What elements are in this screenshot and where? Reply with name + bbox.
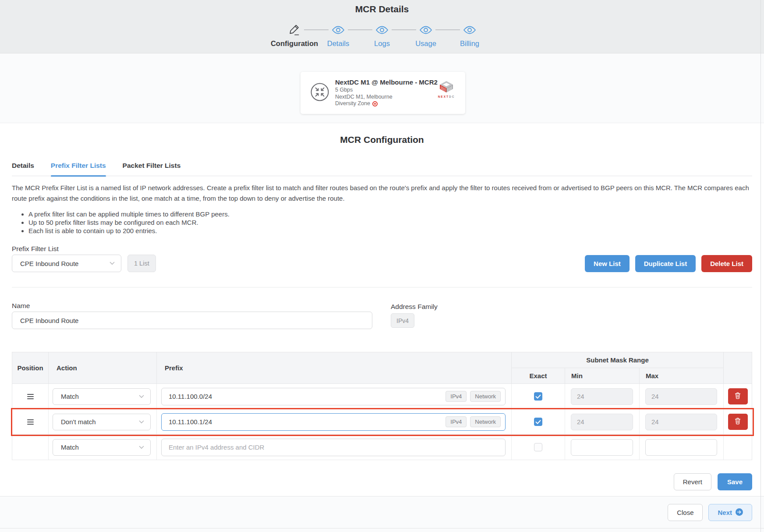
step-label: Details: [327, 39, 349, 48]
prefix-input[interactable]: [161, 439, 506, 456]
bullet-item: Up to 50 prefix filter lists may be conf…: [28, 218, 752, 227]
step-configuration[interactable]: Configuration: [272, 23, 316, 48]
prefix-input[interactable]: 10.11.100.1/24 IPv4 Network: [161, 413, 506, 431]
step-logs[interactable]: Logs: [360, 23, 404, 48]
action-select[interactable]: Match: [53, 388, 151, 405]
pencil-icon: [289, 23, 300, 36]
list-selector-row: CPE Inbound Route 1 List New List Duplic…: [12, 255, 752, 272]
step-billing[interactable]: Billing: [448, 23, 492, 48]
mcr-configuration-panel: MCR Configuration Details Prefix Filter …: [0, 123, 764, 497]
mcr-router-icon: [310, 82, 329, 103]
diversity-zone-label: Diversity Zone: [335, 100, 370, 107]
tab-prefix-filter-lists[interactable]: Prefix Filter Lists: [51, 162, 106, 176]
network-tag: Network: [470, 391, 501, 402]
min-input[interactable]: [571, 414, 633, 430]
description-bullets: A prefix filter list can be applied mult…: [12, 210, 752, 235]
list-name-input[interactable]: [12, 312, 372, 329]
col-header-delete: [724, 352, 752, 384]
tab-details[interactable]: Details: [12, 162, 34, 176]
mcr-title: NextDC M1 @ Melbourne - MCR2: [335, 79, 438, 86]
config-tabs: Details Prefix Filter Lists Packet Filte…: [12, 162, 752, 176]
mcr-speed: 5 Gbps: [335, 87, 438, 94]
max-input[interactable]: [645, 414, 717, 430]
page-footer: Close Next: [0, 497, 764, 532]
mcr-details-header: MCR Details Configuration Details: [0, 0, 764, 53]
min-input[interactable]: [571, 439, 633, 456]
list-count-badge: 1 List: [127, 255, 156, 272]
action-value: Match: [61, 393, 79, 400]
ipv4-tag: IPv4: [446, 391, 467, 402]
mcr-summary-card: NextDC M1 @ Melbourne - MCR2 5 Gbps Next…: [301, 72, 465, 114]
ipv4-tag: IPv4: [446, 416, 467, 427]
step-label: Configuration: [271, 39, 318, 48]
exact-checkbox[interactable]: [534, 392, 542, 401]
col-header-prefix: Prefix: [157, 352, 512, 384]
network-tag: Network: [470, 416, 501, 427]
description-paragraph: The MCR Prefix Filter List is a named li…: [12, 183, 752, 204]
prefix-value: 10.11.100.0/24: [169, 393, 212, 400]
save-button[interactable]: Save: [718, 473, 752, 490]
trash-icon: [735, 418, 741, 426]
chevron-down-icon: [104, 262, 115, 265]
diversity-zone-icon: [372, 101, 378, 106]
eye-icon: [419, 23, 432, 36]
step-label: Usage: [415, 39, 436, 48]
footer-divider: [0, 528, 764, 528]
col-header-exact: Exact: [512, 368, 565, 384]
prefix-input[interactable]: 10.11.100.0/24 IPv4 Network: [161, 388, 506, 405]
prefix-filter-list-label: Prefix Filter List: [12, 245, 59, 253]
config-title: MCR Configuration: [0, 135, 764, 145]
table-row-highlighted: Don't match 10.11.100.1/24 IPv4 Network: [12, 409, 752, 435]
step-details[interactable]: Details: [316, 23, 360, 48]
prefix-entries-table: Position Action Prefix Subnet Mask Range…: [12, 352, 752, 460]
action-select[interactable]: Don't match: [53, 414, 151, 430]
mcr-diversity-zone: Diversity Zone: [335, 100, 438, 107]
bullet-item: A prefix filter list can be applied mult…: [28, 210, 752, 218]
address-family-badge: IPv4: [391, 313, 414, 328]
eye-icon: [332, 23, 345, 36]
eye-icon: [375, 23, 389, 36]
eye-icon: [463, 23, 476, 36]
col-header-position: Position: [12, 352, 49, 384]
drag-handle-icon[interactable]: [27, 419, 34, 425]
selected-list-name: CPE Inbound Route: [20, 260, 78, 267]
mcr-location: NextDC M1, Melbourne: [335, 94, 438, 101]
window-edge: [760, 0, 761, 532]
prefix-filter-description: The MCR Prefix Filter List is a named li…: [12, 183, 752, 235]
trash-icon: [735, 392, 741, 401]
max-input[interactable]: [645, 388, 717, 405]
name-label: Name: [12, 302, 30, 310]
table-header: Position Action Prefix Subnet Mask Range…: [12, 352, 752, 384]
tab-packet-filter-lists[interactable]: Packet Filter Lists: [123, 162, 181, 176]
nextdc-logo-text: NEXTDC: [436, 95, 456, 98]
col-header-min: Min: [565, 368, 640, 384]
close-button[interactable]: Close: [668, 504, 703, 521]
address-family-label: Address Family: [391, 303, 438, 311]
delete-list-button[interactable]: Delete List: [701, 255, 752, 272]
nextdc-logo: NEXTDC: [436, 81, 456, 98]
arrow-right-circle-icon: [736, 508, 743, 517]
step-usage[interactable]: Usage: [404, 23, 448, 48]
min-input[interactable]: [571, 388, 633, 405]
table-row-new-entry: Match: [12, 435, 752, 460]
revert-button[interactable]: Revert: [674, 473, 711, 490]
action-select[interactable]: Match: [53, 439, 151, 456]
table-row: Match 10.11.100.0/24 IPv4 Network: [12, 384, 752, 409]
page-title: MCR Details: [0, 0, 764, 14]
exact-checkbox[interactable]: [534, 443, 542, 451]
prefix-filter-list-select[interactable]: CPE Inbound Route: [12, 255, 121, 272]
max-input[interactable]: [645, 439, 717, 456]
next-button[interactable]: Next: [708, 504, 752, 521]
col-header-action: Action: [49, 352, 157, 384]
delete-row-button[interactable]: [728, 414, 748, 430]
drag-handle-icon[interactable]: [27, 394, 34, 399]
action-value: Match: [61, 443, 79, 451]
new-list-button[interactable]: New List: [585, 255, 630, 272]
chevron-down-icon: [134, 420, 144, 424]
exact-checkbox[interactable]: [534, 418, 542, 426]
mcr-info: NextDC M1 @ Melbourne - MCR2 5 Gbps Next…: [335, 79, 438, 107]
section-divider: [12, 287, 752, 287]
delete-row-button[interactable]: [728, 388, 748, 404]
duplicate-list-button[interactable]: Duplicate List: [635, 255, 696, 272]
action-value: Don't match: [61, 418, 96, 426]
